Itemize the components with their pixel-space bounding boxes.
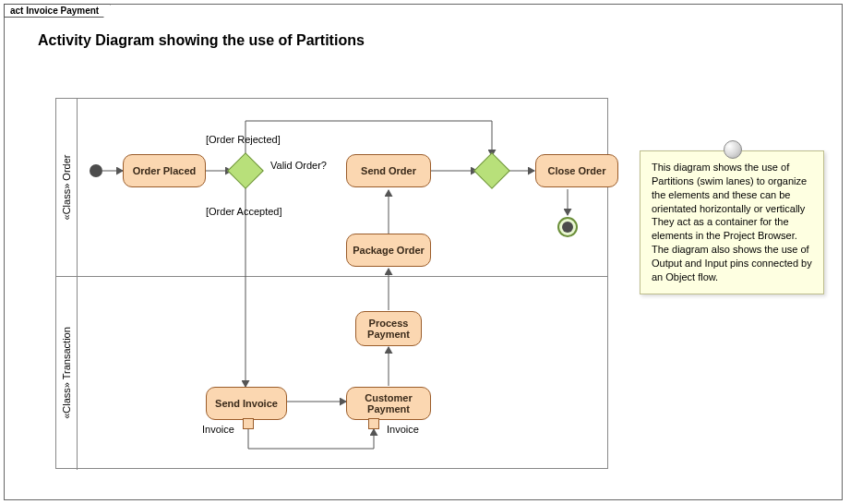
activity-send-invoice[interactable]: Send Invoice [206,387,287,420]
initial-node [90,164,102,177]
diagram-frame: act Invoice Payment Activity Diagram sho… [4,4,843,500]
activity-label: Close Order [548,165,606,176]
activity-label: Package Order [353,245,425,256]
note: This diagram shows the use of Partitions… [640,150,824,294]
activity-order-placed[interactable]: Order Placed [123,154,206,187]
guard-rejected: [Order Rejected] [206,134,281,145]
activity-customer-payment[interactable]: Customer Payment [346,387,431,420]
diagram-title: Activity Diagram showing the use of Part… [38,32,365,49]
pin-label-invoice-in: Invoice [387,424,419,435]
frame-tab-label: act Invoice Payment [10,6,99,16]
pin-icon [724,140,742,159]
partition-divider [56,276,607,277]
input-pin-invoice[interactable] [368,418,379,429]
partition-header-transaction: «Class» Transaction [56,276,78,470]
activity-process-payment[interactable]: Process Payment [355,311,422,346]
final-node-inner [562,222,573,233]
partition-label-order: «Class» Order [61,155,72,221]
frame-tab: act Invoice Payment [4,4,111,18]
activity-label: Send Invoice [215,398,278,409]
final-node [557,217,578,237]
activity-label: Customer Payment [351,392,426,414]
note-text: This diagram shows the use of Partitions… [652,162,812,282]
output-pin-invoice[interactable] [243,418,254,429]
partition-label-transaction: «Class» Transaction [61,327,72,419]
activity-package-order[interactable]: Package Order [346,234,431,267]
decision-label: Valid Order? [270,160,307,171]
guard-accepted: [Order Accepted] [206,206,282,217]
partition-header-order: «Class» Order [56,99,78,276]
activity-label: Send Order [361,165,416,176]
pin-label-invoice-out: Invoice [202,424,234,435]
activity-close-order[interactable]: Close Order [535,154,618,187]
activity-label: Order Placed [133,165,196,176]
activity-send-order[interactable]: Send Order [346,154,431,187]
activity-label: Process Payment [360,318,417,340]
